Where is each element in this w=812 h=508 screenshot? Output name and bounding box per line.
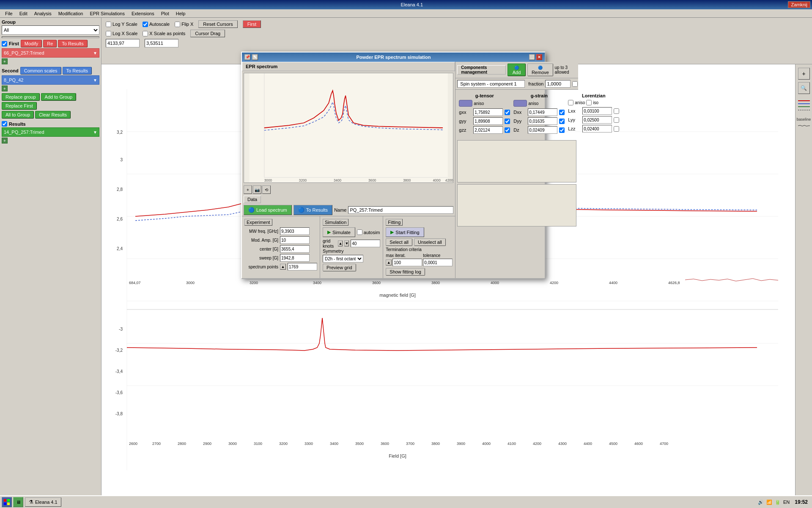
flip-x-checkbox[interactable] bbox=[175, 22, 180, 27]
menu-plot[interactable]: Plot bbox=[158, 10, 173, 17]
to-results-modal-button[interactable]: 🔵 To Results bbox=[294, 205, 332, 215]
grid-knots-input[interactable] bbox=[351, 240, 380, 247]
lzz-input[interactable] bbox=[582, 125, 612, 133]
gzz-input[interactable] bbox=[473, 126, 503, 134]
close-button[interactable]: Zamknij bbox=[788, 1, 810, 8]
autoscale-checkbox[interactable] bbox=[143, 22, 148, 27]
g-strain-toggle[interactable] bbox=[513, 100, 527, 107]
dxx-input[interactable] bbox=[528, 108, 557, 116]
symmetry-select[interactable]: D2h - first octant bbox=[323, 255, 363, 262]
first-arrow-btn[interactable]: ▼ bbox=[93, 51, 97, 55]
modal-pin-icon[interactable]: 📌 bbox=[244, 54, 250, 60]
all-to-group-button[interactable]: All to Group bbox=[2, 111, 34, 119]
remove-component-button[interactable]: 🔵 Remove bbox=[527, 64, 553, 76]
load-spectrum-button[interactable]: 🔵 Load spectrum bbox=[244, 205, 292, 215]
taskbar-start-icon2[interactable]: 🖥 bbox=[13, 497, 23, 507]
menu-extensions[interactable]: Extensions bbox=[128, 10, 158, 17]
fraction-input[interactable] bbox=[545, 80, 571, 88]
log-y-scale-checkbox[interactable] bbox=[106, 22, 111, 27]
grid-knots-stepper-up[interactable]: ▲ bbox=[338, 240, 343, 246]
to-results2-button[interactable]: To Results bbox=[63, 67, 92, 75]
data-tab[interactable]: Data bbox=[244, 196, 261, 203]
lzz-checkbox[interactable] bbox=[614, 126, 619, 132]
results-arrow-btn[interactable]: ▼ bbox=[93, 130, 97, 135]
max-iter-input[interactable] bbox=[392, 259, 422, 266]
dzz-input[interactable] bbox=[528, 126, 557, 134]
lyy-input[interactable] bbox=[582, 116, 612, 124]
cursor-drag-button[interactable]: Cursor Drag bbox=[190, 30, 225, 37]
cursor2-input[interactable] bbox=[145, 39, 178, 47]
gyy-input[interactable] bbox=[473, 117, 503, 125]
dxx-checkbox[interactable] bbox=[559, 110, 565, 115]
spectrum-pts-input[interactable] bbox=[288, 263, 317, 271]
results-checkbox[interactable] bbox=[2, 121, 7, 127]
g-tensor-toggle[interactable] bbox=[459, 100, 472, 107]
first-plus-btn[interactable]: + bbox=[2, 58, 8, 64]
epr-spectrum-tab[interactable]: EPR spectrum bbox=[242, 62, 455, 71]
re-button[interactable]: Re bbox=[43, 40, 57, 47]
x-scale-points-checkbox[interactable] bbox=[143, 31, 148, 36]
mw-freq-input[interactable] bbox=[280, 227, 310, 235]
lxx-input[interactable] bbox=[582, 107, 612, 115]
sweep-input[interactable] bbox=[280, 254, 310, 262]
to-results-button[interactable]: To Results bbox=[58, 40, 87, 47]
log-x-scale-checkbox[interactable] bbox=[106, 31, 111, 36]
modal-minimize-icon[interactable]: _ bbox=[529, 54, 535, 60]
tolerance-input[interactable] bbox=[423, 259, 453, 266]
add-to-group-button[interactable]: Add to Group bbox=[41, 93, 76, 101]
first-button[interactable]: First bbox=[243, 20, 261, 28]
clear-results-button[interactable]: Clear Results bbox=[35, 111, 71, 119]
gyy-checkbox[interactable] bbox=[505, 119, 510, 124]
start-fitting-button[interactable]: ▶ Start Fitting bbox=[386, 227, 424, 237]
replace-group-button[interactable]: Replace group bbox=[2, 93, 40, 101]
tab-icon-3[interactable]: ⟲ bbox=[262, 185, 271, 194]
modal-edit-icon[interactable]: ✎ bbox=[252, 54, 258, 60]
menu-edit[interactable]: Edit bbox=[16, 10, 31, 17]
center-input[interactable] bbox=[280, 245, 310, 253]
common-scales-button[interactable]: Common scales bbox=[20, 67, 61, 75]
second-arrow-btn[interactable]: ▼ bbox=[93, 78, 97, 83]
tab-icon-2[interactable]: 📷 bbox=[253, 185, 261, 194]
menu-file[interactable]: File bbox=[2, 10, 16, 17]
fraction-checkbox[interactable] bbox=[572, 81, 578, 87]
menu-epr-simulations[interactable]: EPR Simulations bbox=[86, 10, 128, 17]
tab-zoom-in[interactable]: + bbox=[244, 185, 252, 194]
dyy-checkbox[interactable] bbox=[559, 119, 565, 124]
select-all-button[interactable]: Select all bbox=[386, 238, 412, 246]
results-plus-btn[interactable]: + bbox=[2, 138, 8, 144]
dzz-checkbox[interactable] bbox=[559, 127, 565, 133]
start-icon[interactable] bbox=[2, 497, 12, 507]
spectrum-pts-stepper-up[interactable]: ▲ bbox=[280, 264, 286, 270]
lxx-checkbox[interactable] bbox=[614, 108, 619, 114]
zoom-icon[interactable]: 🔍 bbox=[798, 82, 810, 94]
modal-close-icon[interactable]: ✕ bbox=[536, 54, 542, 60]
reset-cursors-button[interactable]: Reset Cursors bbox=[198, 20, 237, 28]
menu-modification[interactable]: Modification bbox=[55, 10, 87, 17]
grid-knots-stepper-down[interactable]: ▼ bbox=[344, 240, 349, 246]
taskbar-app-button[interactable]: ⚗ Eleana 4.1 bbox=[25, 497, 61, 507]
cursor1-input[interactable] bbox=[106, 39, 140, 47]
lorentzian-aniso-checkbox[interactable] bbox=[568, 100, 573, 105]
unselect-all-button[interactable]: Unselect all bbox=[414, 238, 446, 246]
zoom-in-icon[interactable]: + bbox=[798, 68, 810, 80]
group-select[interactable]: All bbox=[2, 25, 99, 35]
name-input[interactable] bbox=[348, 206, 453, 214]
components-mgmt-tab[interactable]: Components management bbox=[457, 65, 506, 75]
menu-help[interactable]: Help bbox=[173, 10, 189, 17]
gxx-input[interactable] bbox=[473, 108, 503, 116]
gxx-checkbox[interactable] bbox=[505, 110, 510, 115]
mod-amp-input[interactable] bbox=[280, 236, 310, 244]
preview-grid-button[interactable]: Preview grid bbox=[323, 264, 356, 271]
max-iter-stepper-up[interactable]: ▲ bbox=[386, 260, 392, 265]
dyy-input[interactable] bbox=[528, 117, 557, 125]
first-checkbox[interactable] bbox=[2, 41, 7, 47]
replace-first-button[interactable]: Replace First bbox=[2, 102, 37, 110]
menu-analysis[interactable]: Analysis bbox=[31, 10, 55, 17]
autosim-checkbox[interactable] bbox=[357, 229, 362, 235]
second-plus-btn[interactable]: + bbox=[2, 86, 8, 91]
lyy-checkbox[interactable] bbox=[614, 117, 619, 123]
modify-button[interactable]: Modify bbox=[21, 40, 42, 47]
gzz-checkbox[interactable] bbox=[505, 127, 510, 133]
show-fitting-log-button[interactable]: Show fitting log bbox=[386, 268, 425, 276]
add-component-button[interactable]: 🔵 Add bbox=[508, 64, 526, 76]
